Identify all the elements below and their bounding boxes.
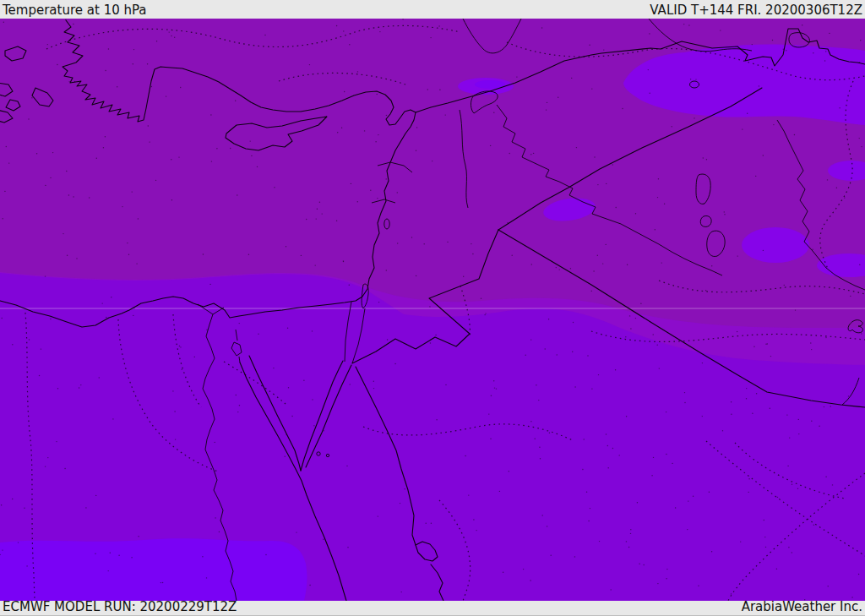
valid-time-label: VALID T+144 FRI. 20200306T12Z bbox=[650, 3, 862, 18]
map-footer-bar: ECMWF MODEL RUN: 20200229T12Z ArabiaWeat… bbox=[0, 601, 865, 616]
credit-label: ArabiaWeather Inc. bbox=[742, 599, 862, 614]
map-header-bar: Temperature at 10 hPa VALID T+144 FRI. 2… bbox=[0, 0, 865, 19]
weather-map-screen: Temperature at 10 hPa VALID T+144 FRI. 2… bbox=[0, 0, 865, 616]
model-run-label: ECMWF MODEL RUN: 20200229T12Z bbox=[3, 599, 237, 614]
weather-map bbox=[0, 19, 865, 601]
map-title: Temperature at 10 hPa bbox=[3, 3, 147, 18]
region-coldest-patch bbox=[0, 538, 307, 601]
map-canvas bbox=[0, 19, 865, 601]
cold-pocket-iraq bbox=[742, 227, 809, 263]
